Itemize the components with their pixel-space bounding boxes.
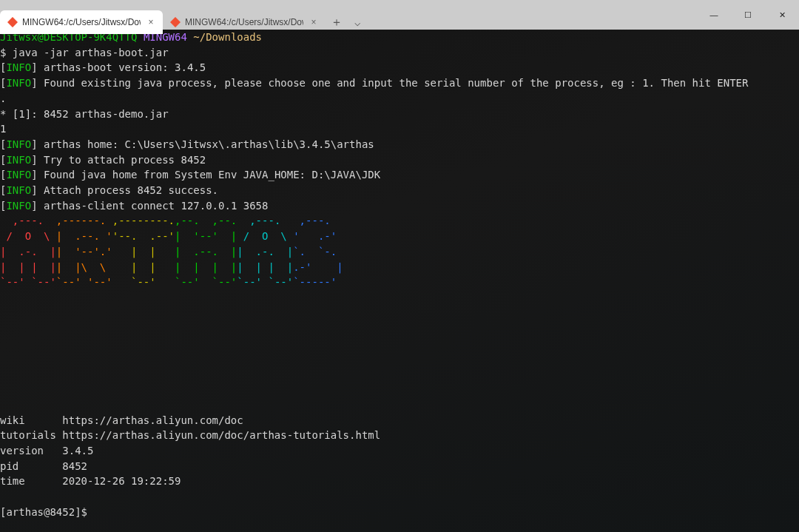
line-version: arthas-boot version: 3.4.5 bbox=[44, 61, 206, 73]
close-window-button[interactable]: ✕ bbox=[765, 0, 799, 30]
line-attach-try: Try to attach process 8452 bbox=[44, 154, 206, 166]
meta-time-val: 2020-12-26 19:22:59 bbox=[62, 475, 181, 487]
minimize-button[interactable]: — bbox=[697, 0, 731, 30]
tab-2-title: MINGW64:/c/Users/Jitwsx/Down bbox=[185, 17, 303, 27]
meta-version-val: 3.4.5 bbox=[62, 445, 93, 457]
meta-version-key: version bbox=[0, 445, 62, 457]
git-bash-icon bbox=[170, 17, 181, 27]
line-input-1: 1 bbox=[0, 123, 6, 135]
meta-wiki-key: wiki bbox=[0, 414, 62, 426]
meta-time-key: time bbox=[0, 475, 62, 487]
arthas-prompt-id: arthas@8452 bbox=[6, 506, 75, 518]
info-tag: INFO bbox=[6, 61, 31, 73]
title-bar: MINGW64:/c/Users/Jitwsx/Down × MINGW64:/… bbox=[0, 0, 799, 30]
tab-1-title: MINGW64:/c/Users/Jitwsx/Down bbox=[22, 17, 141, 27]
tab-1-close-icon[interactable]: × bbox=[145, 17, 157, 27]
meta-tutorials-key: tutorials bbox=[0, 429, 62, 441]
line-arthas-home: arthas home: C:\Users\Jitwsx\.arthas\lib… bbox=[44, 138, 374, 150]
tab-2[interactable]: MINGW64:/c/Users/Jitwsx/Down × bbox=[163, 10, 326, 34]
line-found-process: Found existing java process, please choo… bbox=[44, 77, 748, 89]
tab-dropdown-icon[interactable]: ⌵ bbox=[348, 10, 367, 34]
meta-pid-val: 8452 bbox=[62, 460, 87, 472]
tab-strip: MINGW64:/c/Users/Jitwsx/Down × MINGW64:/… bbox=[0, 0, 697, 34]
meta-wiki-val: https://arthas.aliyun.com/doc bbox=[62, 414, 243, 426]
line-attach-success: Attach process 8452 success. bbox=[44, 184, 218, 196]
svg-rect-1 bbox=[170, 17, 181, 27]
svg-rect-0 bbox=[7, 17, 18, 27]
meta-pid-key: pid bbox=[0, 460, 62, 472]
line-proc-option: * [1]: 8452 arthas-demo.jar bbox=[0, 108, 169, 120]
line-dot: . bbox=[0, 92, 6, 104]
line-java-home: Found java home from System Env JAVA_HOM… bbox=[44, 169, 380, 181]
terminal-viewport[interactable]: Jitwsx@DESKTOP-9K4QTTQ MINGW64 ~/Downloa… bbox=[0, 30, 799, 532]
tab-1[interactable]: MINGW64:/c/Users/Jitwsx/Down × bbox=[0, 10, 163, 34]
line-client-connect: arthas-client connect 127.0.0.1 3658 bbox=[44, 200, 268, 212]
git-bash-icon bbox=[7, 17, 18, 27]
command-line: $ java -jar arthas-boot.jar bbox=[0, 47, 169, 58]
terminal-output: Jitwsx@DESKTOP-9K4QTTQ MINGW64 ~/Downloa… bbox=[0, 30, 799, 520]
maximize-button[interactable]: ☐ bbox=[731, 0, 765, 30]
window-controls: — ☐ ✕ bbox=[697, 0, 799, 30]
new-tab-button[interactable]: ＋ bbox=[326, 10, 348, 34]
meta-tutorials-val: https://arthas.aliyun.com/doc/arthas-tut… bbox=[62, 429, 380, 441]
tab-2-close-icon[interactable]: × bbox=[308, 17, 320, 27]
